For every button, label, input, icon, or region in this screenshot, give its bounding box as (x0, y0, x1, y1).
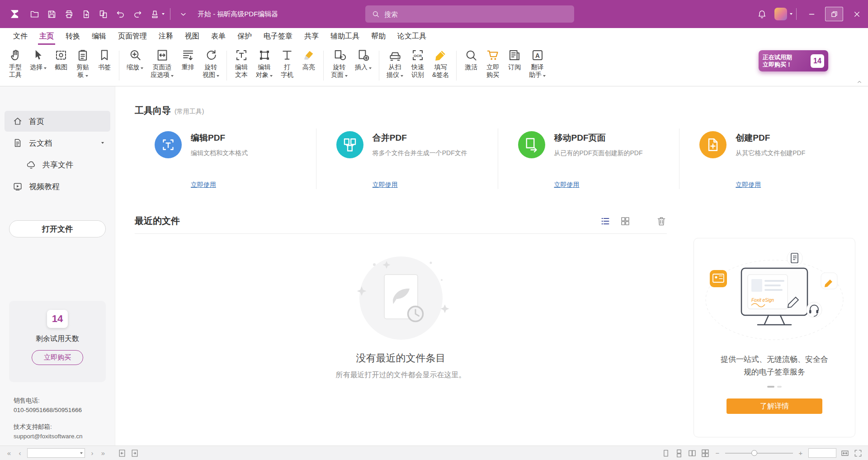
zoom-slider[interactable] (725, 449, 793, 458)
menu-item[interactable]: 注释 (153, 28, 179, 45)
ribbon-tool[interactable]: 填写 &签名 (429, 47, 453, 79)
menu-item[interactable]: 论文工具 (392, 28, 432, 45)
facing-view-icon[interactable] (688, 449, 697, 458)
use-now-link[interactable]: 立即使用 (554, 181, 580, 189)
user-avatar[interactable] (774, 8, 787, 20)
continuous-facing-view-icon[interactable] (701, 449, 710, 458)
page-dropdown-caret-icon[interactable] (80, 452, 83, 454)
ribbon-tool[interactable]: 手型 工具 (5, 47, 26, 79)
open-file-button[interactable]: 打开文件 (9, 220, 106, 237)
ribbon-tool[interactable]: 订阅 (504, 47, 525, 71)
search-input[interactable] (384, 10, 568, 18)
ribbon-tool[interactable]: 书签 (94, 47, 115, 71)
customize-toolbar-chevron-icon[interactable] (175, 5, 191, 23)
undo-icon[interactable] (112, 5, 128, 23)
carousel-dot[interactable] (777, 386, 782, 388)
ribbon-tool[interactable]: 插入 (351, 47, 375, 71)
menu-item[interactable]: 保护 (231, 28, 258, 45)
sidebar-item[interactable]: 共享文件 (5, 154, 110, 175)
next-view-icon[interactable] (130, 449, 139, 458)
open-folder-icon[interactable] (26, 5, 42, 23)
zoom-out-icon[interactable]: − (714, 449, 721, 457)
esign-dropdown-caret-icon[interactable] (162, 13, 165, 15)
ribbon-tool[interactable]: 高亮 (298, 47, 320, 71)
ribbon-tool[interactable]: A 翻译 助手 (525, 47, 549, 79)
page-number-input[interactable] (28, 449, 80, 457)
menu-item[interactable]: 表单 (205, 28, 231, 45)
ribbon-tool[interactable]: 剪贴 板 (72, 47, 94, 79)
first-page-icon[interactable]: « (5, 449, 13, 457)
ribbon-tool[interactable]: 截图 (50, 47, 72, 71)
ribbon-tool[interactable]: 激活 (460, 47, 482, 71)
ribbon-tool[interactable]: 编辑 对象 (252, 47, 276, 79)
previous-page-icon[interactable]: ‹ (16, 449, 24, 457)
tool-card[interactable]: 移动PDF页面 从已有的PDF页面创建新的PDF 立即使用 (498, 128, 679, 189)
ribbon-collapse-chevron-icon[interactable] (855, 78, 863, 85)
zoom-percentage-box[interactable] (808, 448, 836, 458)
support-email-address[interactable]: support@foxitsoftware.cn (14, 432, 108, 441)
trial-banner[interactable]: 正在试用期 立即购买！ 14 (759, 50, 828, 71)
zoom-in-icon[interactable]: + (797, 449, 804, 457)
clear-recent-trash-icon[interactable] (656, 216, 667, 227)
fit-width-icon[interactable] (840, 449, 849, 458)
carousel-dot-active[interactable] (767, 386, 774, 388)
next-page-icon[interactable]: › (89, 449, 96, 457)
ribbon-tool[interactable]: 编辑 文本 (231, 47, 252, 79)
minimize-button[interactable] (800, 0, 823, 28)
last-page-icon[interactable]: » (99, 449, 107, 457)
menu-item[interactable]: 页面管理 (112, 28, 153, 45)
menu-item[interactable]: 转换 (60, 28, 86, 45)
print-icon[interactable] (61, 5, 77, 23)
restore-button[interactable] (823, 0, 845, 28)
ribbon-tool[interactable]: 页面适 应选项 (147, 47, 177, 79)
ribbon-tool[interactable]: 立即 购买 (482, 47, 504, 79)
grid-view-icon[interactable] (620, 216, 631, 227)
sales-phone-number: 010-50951668/50951666 (14, 405, 108, 415)
list-view-icon[interactable] (600, 216, 611, 227)
esign-stamp-icon[interactable] (146, 5, 163, 23)
tool-card[interactable]: 合并PDF 将多个文件合并生成一个PDF文件 立即使用 (316, 128, 498, 189)
continuous-view-icon[interactable] (675, 449, 684, 458)
sidebar-item[interactable]: 云文档 (5, 133, 110, 153)
ribbon-tool[interactable]: 旋转 页面 (327, 47, 351, 79)
account-dropdown-caret-icon[interactable] (790, 13, 793, 15)
zoom-slider-thumb[interactable] (751, 450, 757, 456)
use-now-link[interactable]: 立即使用 (191, 181, 216, 189)
menu-item[interactable]: 文件 (7, 28, 33, 45)
learn-more-button[interactable]: 了解详情 (726, 398, 822, 414)
ribbon-tool[interactable]: 打 字机 (276, 47, 298, 79)
convert-icon[interactable] (95, 5, 111, 23)
ribbon-tool[interactable]: 选择 (26, 47, 50, 71)
tool-card[interactable]: 创建PDF 从其它格式文件创建PDF 立即使用 (679, 128, 861, 189)
foxit-logo-icon[interactable] (5, 5, 24, 23)
page-number-box[interactable] (27, 448, 85, 458)
ribbon-tool[interactable]: OCR 快速 识别 (407, 47, 429, 79)
single-page-view-icon[interactable] (661, 449, 670, 458)
menu-item[interactable]: 电子签章 (258, 28, 298, 45)
save-icon[interactable] (43, 5, 60, 23)
sidebar-item[interactable]: 首页 (5, 111, 110, 132)
menu-item[interactable]: 共享 (298, 28, 325, 45)
use-now-link[interactable]: 立即使用 (736, 181, 761, 189)
redo-icon[interactable] (129, 5, 146, 23)
notifications-bell-icon[interactable] (754, 5, 770, 23)
ribbon-tool[interactable]: 旋转 视图 (199, 47, 223, 79)
menu-item[interactable]: 辅助工具 (325, 28, 365, 45)
buy-now-button[interactable]: 立即购买 (32, 350, 83, 365)
menu-item[interactable]: 编辑 (86, 28, 112, 45)
dropdown-caret-icon[interactable] (101, 142, 104, 144)
export-pdf-icon[interactable] (78, 5, 94, 23)
ribbon-tool[interactable]: 从扫 描仪 (383, 47, 407, 79)
fullscreen-icon[interactable] (854, 449, 863, 458)
tool-card[interactable]: 编辑PDF 编辑文档和文本格式 立即使用 (135, 128, 316, 189)
menu-item[interactable]: 帮助 (365, 28, 392, 45)
ribbon-tool[interactable]: 缩放 (123, 47, 147, 71)
ribbon-tool[interactable]: 重排 (177, 47, 199, 71)
close-button[interactable] (845, 0, 868, 28)
menu-item[interactable]: 视图 (179, 28, 205, 45)
search-bar[interactable] (365, 5, 574, 23)
previous-view-icon[interactable] (118, 449, 127, 458)
use-now-link[interactable]: 立即使用 (373, 181, 398, 189)
menu-item[interactable]: 主页 (33, 28, 60, 45)
sidebar-item[interactable]: 视频教程 (5, 176, 110, 197)
